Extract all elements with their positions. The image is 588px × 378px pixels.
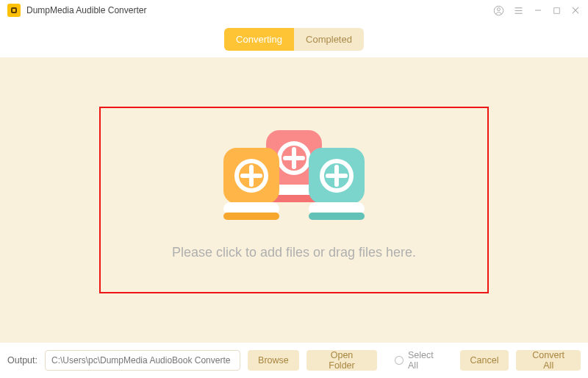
add-files-icon [198, 123, 390, 226]
titlebar-controls [493, 5, 581, 16]
minimize-icon[interactable] [533, 5, 543, 15]
tabs: Converting Completed [224, 28, 364, 51]
dropzone-hint: Please click to add files or drag files … [172, 245, 416, 260]
titlebar: DumpMedia Audible Converter [0, 0, 588, 21]
main-panel: Please click to add files or drag files … [0, 57, 588, 343]
open-folder-button[interactable]: Open Folder [306, 350, 377, 371]
output-path-field[interactable] [45, 350, 240, 371]
select-all-toggle[interactable]: Select All [395, 350, 445, 371]
close-icon[interactable] [570, 5, 581, 15]
dropzone[interactable]: Please click to add files or drag files … [99, 107, 489, 293]
browse-button[interactable]: Browse [248, 350, 299, 371]
app-logo-icon [7, 4, 21, 17]
svg-rect-23 [223, 213, 279, 220]
select-all-label: Select All [408, 350, 445, 371]
radio-icon [395, 356, 404, 365]
tab-completed[interactable]: Completed [294, 28, 364, 51]
cancel-button[interactable]: Cancel [460, 350, 509, 371]
titlebar-left: DumpMedia Audible Converter [7, 4, 146, 17]
output-label: Output: [7, 355, 37, 365]
svg-rect-17 [309, 213, 365, 220]
account-icon[interactable] [493, 5, 504, 16]
app-title: DumpMedia Audible Converter [26, 5, 146, 15]
svg-point-1 [498, 7, 501, 10]
footer: Output: Browse Open Folder Select All Ca… [0, 343, 588, 378]
svg-rect-6 [554, 7, 560, 13]
tab-converting[interactable]: Converting [224, 28, 294, 51]
convert-all-button[interactable]: Convert All [516, 350, 581, 371]
maximize-icon[interactable] [552, 6, 562, 15]
tabbar: Converting Completed [0, 21, 588, 57]
menu-icon[interactable] [513, 5, 524, 16]
